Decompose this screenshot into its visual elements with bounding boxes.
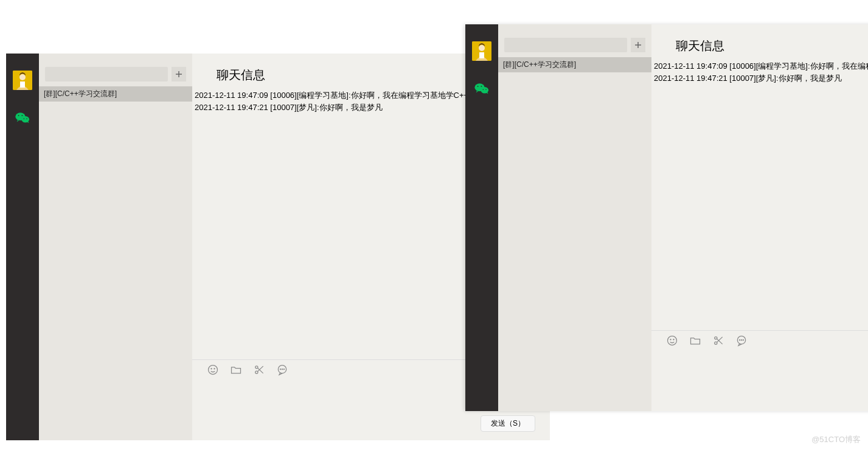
search-row <box>498 24 651 57</box>
chat-message: 2021-12-11 19:47:09 [10006][编程学习基地]:你好啊，… <box>654 60 868 72</box>
svg-point-26 <box>485 89 487 90</box>
svg-point-24 <box>481 86 482 87</box>
svg-point-19 <box>479 45 485 51</box>
compose-area[interactable] <box>651 350 868 411</box>
add-contact-button[interactable] <box>172 67 186 81</box>
contact-panel: [群][C/C++学习交流群] <box>498 24 651 411</box>
chat-panel: 聊天信息 2021-12-11 19:47:09 [10006][编程学习基地]… <box>651 24 868 411</box>
avatar-figure-icon <box>13 71 32 90</box>
svg-point-11 <box>214 369 215 370</box>
svg-point-15 <box>280 369 281 370</box>
chat-message: 2021-12-11 19:47:21 [10007][梦凡]:你好啊，我是梦凡 <box>654 72 868 85</box>
svg-point-25 <box>483 89 484 90</box>
search-row <box>39 54 192 86</box>
compose-toolbar <box>651 330 868 350</box>
svg-point-9 <box>209 365 218 375</box>
chat-bubble-icon[interactable] <box>276 364 288 376</box>
sidebar <box>465 24 498 411</box>
sidebar <box>6 54 39 440</box>
svg-point-29 <box>673 339 675 341</box>
svg-point-7 <box>24 118 25 119</box>
avatar[interactable] <box>472 41 491 61</box>
wechat-icon[interactable] <box>473 80 490 97</box>
svg-point-8 <box>26 118 27 119</box>
avatar-figure-icon <box>472 41 491 61</box>
scissors-icon[interactable] <box>712 334 724 347</box>
chat-bubble-icon[interactable] <box>735 334 748 347</box>
svg-point-30 <box>715 337 717 339</box>
chat-messages: 2021-12-11 19:47:09 [10006][编程学习基地]:你好啊，… <box>651 59 868 330</box>
contact-item-group[interactable]: [群][C/C++学习交流群] <box>39 86 192 102</box>
svg-point-5 <box>18 115 19 116</box>
send-button[interactable]: 发送（S） <box>481 415 535 432</box>
svg-point-10 <box>211 369 212 370</box>
svg-point-35 <box>743 339 744 341</box>
svg-point-33 <box>739 339 740 341</box>
search-input[interactable] <box>504 38 627 52</box>
svg-point-1 <box>19 74 26 80</box>
avatar[interactable] <box>13 71 32 90</box>
wechat-icon[interactable] <box>14 109 31 126</box>
folder-icon[interactable] <box>230 364 242 376</box>
add-contact-button[interactable] <box>631 38 645 52</box>
svg-point-17 <box>283 369 285 370</box>
emoji-icon[interactable] <box>207 364 219 376</box>
chat-window-2: [群][C/C++学习交流群] 聊天信息 2021-12-11 19:47:09… <box>465 24 868 411</box>
contact-item-group[interactable]: [群][C/C++学习交流群] <box>498 57 651 72</box>
svg-point-28 <box>670 339 672 341</box>
contact-panel: [群][C/C++学习交流群] <box>39 54 192 440</box>
svg-point-34 <box>741 339 742 341</box>
svg-point-12 <box>255 366 258 369</box>
svg-point-27 <box>668 336 677 345</box>
svg-rect-20 <box>479 52 484 58</box>
emoji-icon[interactable] <box>666 334 678 347</box>
svg-point-16 <box>282 369 283 370</box>
svg-rect-2 <box>20 81 25 88</box>
plus-icon <box>175 71 182 78</box>
svg-point-13 <box>255 371 258 373</box>
svg-point-6 <box>21 115 23 116</box>
plus-icon <box>634 41 642 49</box>
svg-point-23 <box>477 86 479 87</box>
chat-title: 聊天信息 <box>651 24 868 59</box>
folder-icon[interactable] <box>689 334 701 347</box>
svg-point-31 <box>715 342 717 344</box>
search-input[interactable] <box>45 67 168 81</box>
scissors-icon[interactable] <box>253 364 265 376</box>
watermark: @51CTO博客 <box>811 434 861 445</box>
